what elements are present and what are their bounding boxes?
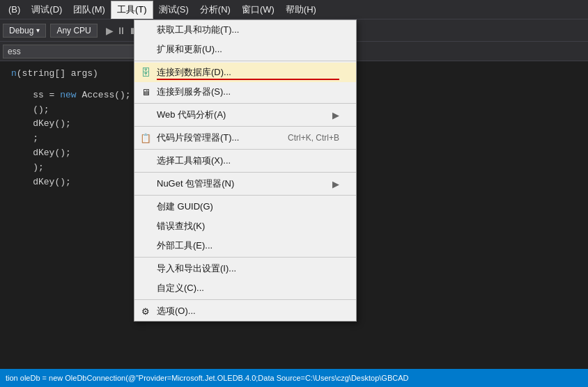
menu-item-help[interactable]: 帮助(H) — [280, 1, 322, 19]
snippet-label: 代码片段管理器(T)... — [157, 132, 239, 144]
debug-arrow-icon: ▾ — [36, 26, 40, 34]
separator-3 — [134, 126, 356, 127]
menu-bar: (B) 调试(D) 团队(M) 工具(T) 测试(S) 分析(N) 窗口(W) … — [0, 0, 588, 19]
menu-extend-update[interactable]: 扩展和更新(U)... — [134, 40, 356, 59]
separator-5 — [134, 172, 356, 173]
menu-external-tools[interactable]: 外部工具(E)... — [134, 236, 356, 255]
toolbox-label: 选择工具箱项(X)... — [157, 155, 231, 167]
menu-item-team[interactable]: 团队(M) — [68, 1, 111, 19]
separator-6 — [134, 195, 356, 196]
menu-item-b[interactable]: (B) — [3, 1, 26, 17]
status-text: tion oleDb = new OleDbConnection(@"Provi… — [6, 374, 408, 382]
menu-import-export[interactable]: 导入和导出设置(I)... — [134, 259, 356, 278]
customize-label: 自定义(C)... — [157, 282, 204, 294]
connect-server-icon: 🖥 — [139, 87, 153, 97]
menu-item-window[interactable]: 窗口(W) — [236, 1, 280, 19]
get-tools-label: 获取工具和功能(T)... — [157, 24, 239, 36]
connect-server-label: 连接到服务器(S)... — [157, 86, 231, 98]
import-export-label: 导入和导出设置(I)... — [157, 262, 236, 275]
options-label: 选项(O)... — [157, 305, 196, 317]
tools-dropdown-menu: 获取工具和功能(T)... 扩展和更新(U)... 🗄 连接到数据库(D)...… — [134, 19, 357, 322]
pause-icon[interactable]: ⏸ — [116, 25, 126, 36]
menu-choose-toolbox[interactable]: 选择工具箱项(X)... — [134, 151, 356, 171]
menu-item-debug[interactable]: 调试(D) — [26, 1, 68, 19]
nuget-arrow-icon: ▶ — [332, 179, 339, 189]
menu-error-lookup[interactable]: 错误查找(K) — [134, 216, 356, 236]
external-tools-label: 外部工具(E)... — [157, 239, 212, 252]
nuget-label: NuGet 包管理器(N) — [157, 177, 234, 190]
connect-db-label: 连接到数据库(D)... — [157, 66, 231, 79]
separator-7 — [134, 257, 356, 258]
separator-2 — [134, 103, 356, 104]
snippet-icon: 📋 — [139, 133, 153, 143]
menu-connect-db[interactable]: 🗄 连接到数据库(D)... — [134, 63, 356, 82]
menu-connect-server[interactable]: 🖥 连接到服务器(S)... — [134, 82, 356, 102]
menu-item-test[interactable]: 测试(S) — [153, 1, 194, 19]
separator-8 — [134, 299, 356, 300]
debug-label: Debug — [9, 26, 33, 35]
cpu-dropdown[interactable]: Any CPU — [50, 24, 97, 38]
options-gear-icon: ⚙ — [139, 306, 153, 317]
menu-item-tools[interactable]: 工具(T) — [111, 1, 153, 19]
menu-customize[interactable]: 自定义(C)... — [134, 278, 356, 298]
debug-dropdown[interactable]: Debug ▾ — [3, 24, 46, 38]
snippet-shortcut: Ctrl+K, Ctrl+B — [260, 133, 339, 143]
web-analysis-label: Web 代码分析(A) — [157, 109, 226, 121]
red-underline — [157, 79, 339, 80]
menu-create-guid[interactable]: 创建 GUID(G) — [134, 197, 356, 216]
connect-db-icon: 🗄 — [139, 67, 153, 78]
separator-1 — [134, 61, 356, 61]
guid-label: 创建 GUID(G) — [157, 200, 213, 213]
menu-snippet-mgr[interactable]: 📋 代码片段管理器(T)... Ctrl+K, Ctrl+B — [134, 128, 356, 148]
menu-get-tools[interactable]: 获取工具和功能(T)... — [134, 20, 356, 40]
status-bar: tion oleDb = new OleDbConnection(@"Provi… — [0, 369, 588, 387]
separator-4 — [134, 149, 356, 150]
menu-options[interactable]: ⚙ 选项(O)... — [134, 301, 356, 321]
play-icon[interactable]: ▶ — [106, 25, 114, 36]
web-analysis-arrow-icon: ▶ — [332, 110, 339, 120]
menu-nuget[interactable]: NuGet 包管理器(N) ▶ — [134, 174, 356, 194]
extend-update-label: 扩展和更新(U)... — [157, 43, 222, 56]
error-label: 错误查找(K) — [157, 220, 205, 232]
menu-item-analysis[interactable]: 分析(N) — [194, 1, 236, 19]
menu-web-analysis[interactable]: Web 代码分析(A) ▶ — [134, 105, 356, 125]
